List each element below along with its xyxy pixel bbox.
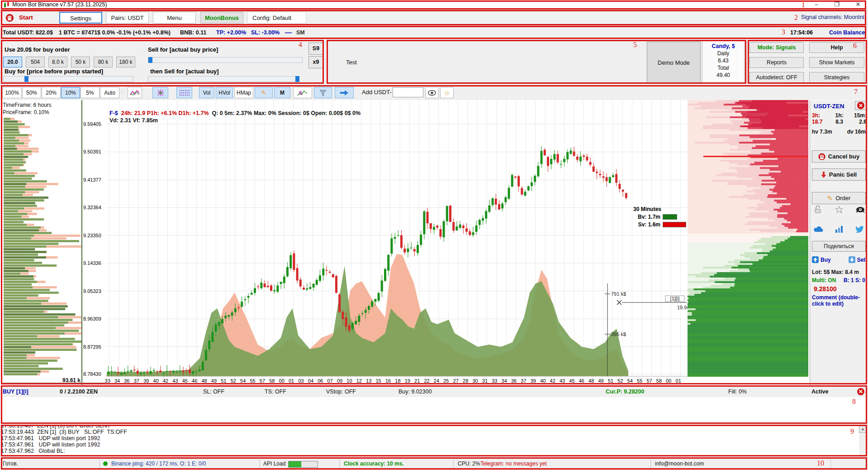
stat-1h-value: 8.3 xyxy=(830,119,848,125)
mode-button[interactable]: Show Markets xyxy=(809,57,864,68)
price-plot[interactable]: 791 k$395 k$[1][i]19.94$ xyxy=(106,100,688,377)
time-axis-label: 34 xyxy=(112,378,122,384)
pairs-button[interactable]: Pairs: USDT xyxy=(106,12,149,24)
star-plus-icon[interactable]: + xyxy=(835,206,843,214)
share-button[interactable]: Поделиться xyxy=(812,241,866,252)
sm-label[interactable]: SM xyxy=(296,26,305,39)
buy-price-slider-handle[interactable] xyxy=(24,76,28,82)
hvol-toggle[interactable]: HVol xyxy=(216,87,233,98)
order-row[interactable]: BUY [1][i] 0 / 2.2100 ZEN SL: OFF TS: OF… xyxy=(1,386,867,398)
add-usdt-input[interactable] xyxy=(393,87,423,97)
mode-button[interactable]: Reports xyxy=(749,57,804,68)
annotation-number-10: 10 xyxy=(817,459,824,467)
zoom-button-20pct[interactable]: 20% xyxy=(42,87,61,98)
twitter-icon[interactable] xyxy=(855,225,865,233)
annotation-number-6: 6 xyxy=(853,42,857,50)
coin-balance-link[interactable]: Coin Balance xyxy=(829,26,865,39)
cloud-upload-icon[interactable] xyxy=(814,225,824,233)
close-button[interactable]: ✕ xyxy=(850,0,866,10)
amount-button[interactable]: 180 k xyxy=(116,57,135,67)
signals-chart-icon[interactable]: S xyxy=(293,87,312,98)
sl-setting[interactable]: SL: -3.00% xyxy=(251,26,280,39)
sell-toggle[interactable]: Sell xyxy=(849,256,867,263)
zoom-button-5pct[interactable]: 5% xyxy=(81,87,100,98)
amount-button[interactable]: 50 k xyxy=(71,57,90,67)
panic-sell-button[interactable]: Panic Sell xyxy=(812,168,866,181)
zoom-button-50pct[interactable]: 50% xyxy=(22,87,41,98)
moonbonus-button[interactable]: MoonBonus xyxy=(200,12,243,24)
profile-divider[interactable] xyxy=(81,100,82,385)
amount-button[interactable]: 504 xyxy=(26,57,45,67)
zigzag-indicator-icon[interactable] xyxy=(128,87,142,98)
watch-eye-icon[interactable] xyxy=(425,87,439,98)
stop-hand-icon[interactable] xyxy=(5,14,14,22)
log-scrollbar[interactable]: ▲ xyxy=(859,426,867,456)
multi-status[interactable]: Multi: ON xyxy=(812,277,836,283)
minimize-button[interactable]: – xyxy=(809,0,824,10)
candy-stat: 49.40 xyxy=(702,72,744,79)
favorite-star-icon[interactable]: ☆ xyxy=(440,87,454,98)
s9-button[interactable]: S9 xyxy=(308,43,323,55)
zoom-button-100pct[interactable]: 100% xyxy=(2,87,22,98)
mode-button[interactable]: Mode: Signals xyxy=(749,42,804,53)
buy-for-label: Buy for [price before pump started] xyxy=(5,68,103,75)
scroll-up-icon[interactable]: ▲ xyxy=(859,426,867,433)
log-line: 17:53:47.961 UDP will listen port 1992 xyxy=(1,441,867,448)
buy-price-slider[interactable] xyxy=(3,76,133,82)
order-button[interactable]: ✎ Order xyxy=(812,192,866,204)
config-selector[interactable]: Config: Default xyxy=(247,12,306,24)
hmap-toggle[interactable]: HMap xyxy=(234,87,253,98)
zoom-button-10pct[interactable]: 10% xyxy=(61,87,80,98)
zoom-button-Auto[interactable]: Auto xyxy=(100,87,119,98)
settings-button[interactable]: Settings xyxy=(59,12,102,24)
then-sell-slider[interactable] xyxy=(148,76,299,82)
x9-button[interactable]: x9 xyxy=(308,56,323,68)
maximize-button[interactable]: ❐ xyxy=(829,0,844,10)
amount-button[interactable]: 8.0 k xyxy=(48,57,67,67)
flower-indicator-icon[interactable] xyxy=(152,87,168,98)
sell-price-slider-handle[interactable] xyxy=(148,57,152,63)
mode-button[interactable]: Strategies xyxy=(809,72,864,83)
api-load-fill xyxy=(289,461,301,467)
time-axis-label: 39 xyxy=(528,378,538,384)
chart-bars-icon[interactable] xyxy=(835,225,844,233)
close-pair-button[interactable]: ✕ xyxy=(855,101,867,110)
next-arrow-icon[interactable] xyxy=(335,87,354,98)
time-axis-label: 24 xyxy=(432,378,441,384)
order-close-icon[interactable]: ✕ xyxy=(857,388,864,395)
order-buy-price: Buy: 9.02300 xyxy=(398,386,432,397)
chart-area[interactable]: TimeFrame: 6 hours PriceFrame: 0.10% 9.5… xyxy=(0,100,868,385)
panic-sell-label: Panic Sell xyxy=(829,171,857,178)
support-email[interactable]: info@moon-bot.com xyxy=(655,458,704,470)
draw-pencil-icon[interactable]: ✎ xyxy=(255,87,273,98)
cancel-buy-button[interactable]: Cancel buy xyxy=(812,150,866,163)
filter-funnel-icon[interactable] xyxy=(314,87,332,98)
bs-counters: B: 1 S: 0 xyxy=(844,277,865,283)
comment-field[interactable]: Comment (double-click to edit) xyxy=(812,294,866,307)
title-bar: Moon Bot Binance v7.57 (23.11.2025) – ❐ … xyxy=(0,0,868,10)
start-button[interactable]: Start xyxy=(19,12,33,24)
volume-legend: 30 Minutes Bv: 1.7m Sv: 1.6m xyxy=(608,205,686,228)
log-panel[interactable]: 17:53:19.457 ZEN [1] (3) BUY Order SENT1… xyxy=(1,425,867,456)
sell-price-slider[interactable] xyxy=(148,57,303,63)
price-axis-label: 9.14336 xyxy=(83,260,101,266)
test-strategy-label[interactable]: Test xyxy=(346,59,357,66)
pair-stats-line1: F-$ 24h: 21.9 P1h: +6.1% D1h: +1.7% Q: 0… xyxy=(109,110,360,116)
menu-button[interactable]: Menu xyxy=(153,12,196,24)
time-axis-label: 55 xyxy=(248,378,257,384)
mode-button[interactable]: Autodetect: OFF xyxy=(749,72,804,83)
then-sell-slider-handle[interactable] xyxy=(295,76,299,82)
lock-icon[interactable] xyxy=(814,206,822,214)
spy-eye-icon[interactable] xyxy=(856,206,865,214)
time-axis-label: 42 xyxy=(548,378,557,384)
buy-toggle[interactable]: Buy xyxy=(812,256,831,263)
vol-toggle[interactable]: Vol xyxy=(199,87,214,98)
m-toggle[interactable]: M xyxy=(274,87,290,98)
amount-button[interactable]: 80 k xyxy=(94,57,113,67)
amount-button[interactable]: 20.0 xyxy=(3,57,22,67)
time-axis-label: 52 xyxy=(228,378,238,384)
pair-name: USDT-ZEN xyxy=(814,103,844,110)
dotted-levels-icon[interactable] xyxy=(176,87,192,98)
svg-text:[1][i]: [1][i] xyxy=(670,296,680,301)
tp-setting[interactable]: TP: +2.00% xyxy=(216,26,246,39)
